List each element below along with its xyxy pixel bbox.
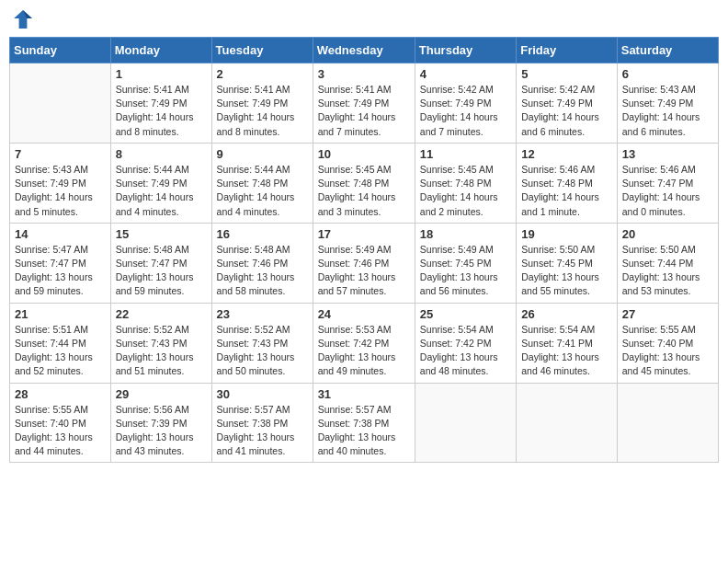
day-info: Sunrise: 5:50 AMSunset: 7:45 PMDaylight:… xyxy=(521,243,612,299)
day-info: Sunrise: 5:53 AMSunset: 7:42 PMDaylight:… xyxy=(318,323,410,379)
day-number: 16 xyxy=(217,227,308,241)
day-number: 11 xyxy=(420,147,511,161)
day-number: 14 xyxy=(15,227,106,241)
calendar-cell: 21Sunrise: 5:51 AMSunset: 7:44 PMDayligh… xyxy=(10,303,111,383)
day-info: Sunrise: 5:45 AMSunset: 7:48 PMDaylight:… xyxy=(420,163,511,219)
day-info: Sunrise: 5:52 AMSunset: 7:43 PMDaylight:… xyxy=(217,323,308,379)
calendar-cell: 26Sunrise: 5:54 AMSunset: 7:41 PMDayligh… xyxy=(517,303,618,383)
day-info: Sunrise: 5:45 AMSunset: 7:48 PMDaylight:… xyxy=(318,163,410,219)
day-number: 23 xyxy=(217,307,308,321)
calendar-cell: 12Sunrise: 5:46 AMSunset: 7:48 PMDayligh… xyxy=(517,143,618,223)
day-info: Sunrise: 5:55 AMSunset: 7:40 PMDaylight:… xyxy=(15,403,106,459)
day-info: Sunrise: 5:54 AMSunset: 7:42 PMDaylight:… xyxy=(420,323,511,379)
day-info: Sunrise: 5:42 AMSunset: 7:49 PMDaylight:… xyxy=(521,83,612,139)
calendar-cell xyxy=(617,383,718,463)
day-number: 9 xyxy=(217,147,308,161)
calendar-cell: 18Sunrise: 5:49 AMSunset: 7:45 PMDayligh… xyxy=(415,223,516,303)
calendar-cell: 29Sunrise: 5:56 AMSunset: 7:39 PMDayligh… xyxy=(110,383,211,463)
day-number: 22 xyxy=(116,307,207,321)
calendar-cell: 17Sunrise: 5:49 AMSunset: 7:46 PMDayligh… xyxy=(313,223,415,303)
calendar-cell: 15Sunrise: 5:48 AMSunset: 7:47 PMDayligh… xyxy=(110,223,211,303)
day-info: Sunrise: 5:43 AMSunset: 7:49 PMDaylight:… xyxy=(622,83,713,139)
week-row-1: 1Sunrise: 5:41 AMSunset: 7:49 PMDaylight… xyxy=(10,63,719,144)
day-info: Sunrise: 5:41 AMSunset: 7:49 PMDaylight:… xyxy=(217,83,308,139)
column-header-monday: Monday xyxy=(110,38,211,63)
day-info: Sunrise: 5:48 AMSunset: 7:46 PMDaylight:… xyxy=(217,243,308,299)
page-header xyxy=(9,9,719,29)
column-header-thursday: Thursday xyxy=(415,38,516,63)
week-row-5: 28Sunrise: 5:55 AMSunset: 7:40 PMDayligh… xyxy=(10,383,719,463)
calendar-cell: 20Sunrise: 5:50 AMSunset: 7:44 PMDayligh… xyxy=(617,223,718,303)
day-info: Sunrise: 5:57 AMSunset: 7:38 PMDaylight:… xyxy=(217,403,308,459)
day-number: 7 xyxy=(15,147,106,161)
day-info: Sunrise: 5:54 AMSunset: 7:41 PMDaylight:… xyxy=(521,323,612,379)
day-number: 19 xyxy=(521,227,612,241)
day-info: Sunrise: 5:46 AMSunset: 7:47 PMDaylight:… xyxy=(622,163,713,219)
day-info: Sunrise: 5:43 AMSunset: 7:49 PMDaylight:… xyxy=(15,163,106,219)
day-info: Sunrise: 5:56 AMSunset: 7:39 PMDaylight:… xyxy=(116,403,207,459)
calendar-cell: 11Sunrise: 5:45 AMSunset: 7:48 PMDayligh… xyxy=(415,143,516,223)
calendar-cell: 27Sunrise: 5:55 AMSunset: 7:40 PMDayligh… xyxy=(617,303,718,383)
calendar-cell: 30Sunrise: 5:57 AMSunset: 7:38 PMDayligh… xyxy=(211,383,313,463)
calendar-cell: 23Sunrise: 5:52 AMSunset: 7:43 PMDayligh… xyxy=(211,303,313,383)
day-number: 29 xyxy=(116,387,207,401)
day-number: 15 xyxy=(116,227,207,241)
day-info: Sunrise: 5:44 AMSunset: 7:48 PMDaylight:… xyxy=(217,163,308,219)
calendar-cell: 25Sunrise: 5:54 AMSunset: 7:42 PMDayligh… xyxy=(415,303,516,383)
day-number: 25 xyxy=(420,307,511,321)
column-header-saturday: Saturday xyxy=(617,38,718,63)
day-number: 4 xyxy=(420,67,511,81)
day-number: 3 xyxy=(318,67,410,81)
day-number: 20 xyxy=(622,227,713,241)
calendar-cell: 28Sunrise: 5:55 AMSunset: 7:40 PMDayligh… xyxy=(10,383,111,463)
day-number: 5 xyxy=(521,67,612,81)
calendar-cell xyxy=(415,383,516,463)
logo xyxy=(13,9,35,29)
calendar-cell: 9Sunrise: 5:44 AMSunset: 7:48 PMDaylight… xyxy=(211,143,313,223)
day-number: 30 xyxy=(217,387,308,401)
calendar-cell: 13Sunrise: 5:46 AMSunset: 7:47 PMDayligh… xyxy=(617,143,718,223)
day-info: Sunrise: 5:49 AMSunset: 7:45 PMDaylight:… xyxy=(420,243,511,299)
day-number: 28 xyxy=(15,387,106,401)
week-row-2: 7Sunrise: 5:43 AMSunset: 7:49 PMDaylight… xyxy=(10,143,719,223)
calendar-cell: 7Sunrise: 5:43 AMSunset: 7:49 PMDaylight… xyxy=(10,143,111,223)
calendar-cell: 16Sunrise: 5:48 AMSunset: 7:46 PMDayligh… xyxy=(211,223,313,303)
calendar-cell: 8Sunrise: 5:44 AMSunset: 7:49 PMDaylight… xyxy=(110,143,211,223)
calendar-table: SundayMondayTuesdayWednesdayThursdayFrid… xyxy=(9,37,719,463)
week-row-4: 21Sunrise: 5:51 AMSunset: 7:44 PMDayligh… xyxy=(10,303,719,383)
day-number: 8 xyxy=(116,147,207,161)
column-header-wednesday: Wednesday xyxy=(313,38,415,63)
day-info: Sunrise: 5:52 AMSunset: 7:43 PMDaylight:… xyxy=(116,323,207,379)
day-number: 24 xyxy=(318,307,410,321)
calendar-cell: 10Sunrise: 5:45 AMSunset: 7:48 PMDayligh… xyxy=(313,143,415,223)
column-header-tuesday: Tuesday xyxy=(211,38,313,63)
calendar-cell: 5Sunrise: 5:42 AMSunset: 7:49 PMDaylight… xyxy=(517,63,618,144)
day-info: Sunrise: 5:46 AMSunset: 7:48 PMDaylight:… xyxy=(521,163,612,219)
day-number: 27 xyxy=(622,307,713,321)
logo-icon xyxy=(13,9,33,29)
calendar-cell: 22Sunrise: 5:52 AMSunset: 7:43 PMDayligh… xyxy=(110,303,211,383)
column-header-sunday: Sunday xyxy=(10,38,111,63)
day-info: Sunrise: 5:41 AMSunset: 7:49 PMDaylight:… xyxy=(116,83,207,139)
day-number: 18 xyxy=(420,227,511,241)
calendar-cell: 1Sunrise: 5:41 AMSunset: 7:49 PMDaylight… xyxy=(110,63,211,144)
day-number: 12 xyxy=(521,147,612,161)
calendar-cell: 14Sunrise: 5:47 AMSunset: 7:47 PMDayligh… xyxy=(10,223,111,303)
day-info: Sunrise: 5:49 AMSunset: 7:46 PMDaylight:… xyxy=(318,243,410,299)
calendar-cell xyxy=(517,383,618,463)
calendar-cell: 6Sunrise: 5:43 AMSunset: 7:49 PMDaylight… xyxy=(617,63,718,144)
day-info: Sunrise: 5:57 AMSunset: 7:38 PMDaylight:… xyxy=(318,403,410,459)
day-number: 26 xyxy=(521,307,612,321)
day-info: Sunrise: 5:51 AMSunset: 7:44 PMDaylight:… xyxy=(15,323,106,379)
svg-marker-0 xyxy=(14,10,32,29)
day-number: 10 xyxy=(318,147,410,161)
calendar-cell: 19Sunrise: 5:50 AMSunset: 7:45 PMDayligh… xyxy=(517,223,618,303)
day-number: 6 xyxy=(622,67,713,81)
day-number: 13 xyxy=(622,147,713,161)
calendar-cell: 31Sunrise: 5:57 AMSunset: 7:38 PMDayligh… xyxy=(313,383,415,463)
day-info: Sunrise: 5:42 AMSunset: 7:49 PMDaylight:… xyxy=(420,83,511,139)
calendar-cell: 4Sunrise: 5:42 AMSunset: 7:49 PMDaylight… xyxy=(415,63,516,144)
day-info: Sunrise: 5:55 AMSunset: 7:40 PMDaylight:… xyxy=(622,323,713,379)
day-info: Sunrise: 5:48 AMSunset: 7:47 PMDaylight:… xyxy=(116,243,207,299)
week-row-3: 14Sunrise: 5:47 AMSunset: 7:47 PMDayligh… xyxy=(10,223,719,303)
